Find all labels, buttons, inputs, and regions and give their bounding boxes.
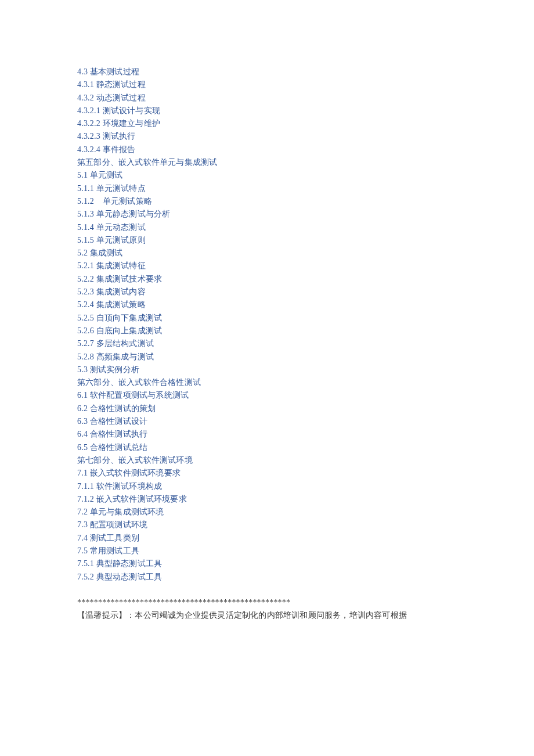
toc-item: 7.4 测试工具类别 — [77, 532, 459, 545]
notice-label: 【温馨提示】 — [77, 611, 127, 620]
toc-item: 4.3.2.3 测试执行 — [77, 130, 459, 143]
toc-item: 5.1.3 单元静态测试与分析 — [77, 208, 459, 221]
toc-item: 5.2.7 多层结构式测试 — [77, 337, 459, 350]
toc-item: 4.3.2.1 测试设计与实现 — [77, 105, 459, 117]
toc-item: 5.1.2 单元测试策略 — [77, 195, 459, 208]
toc-item: 5.1.5 单元测试原则 — [77, 234, 459, 247]
toc-item: 6.4 合格性测试执行 — [77, 428, 459, 441]
toc-item: 5.2.6 自底向上集成测试 — [77, 325, 459, 337]
document-page: 4.3 基本测试过程 4.3.1 静态测试过程 4.3.2 动态测试过程 4.3… — [0, 0, 534, 756]
toc-item: 6.1 软件配置项测试与系统测试 — [77, 389, 459, 402]
toc-item: 7.1.2 嵌入式软件测试环境要求 — [77, 493, 459, 506]
toc-item: 7.2 单元与集成测试环境 — [77, 506, 459, 519]
toc-item: 6.5 合格性测试总结 — [77, 441, 459, 454]
toc-item: 5.1.4 单元动态测试 — [77, 221, 459, 234]
toc-item: 第七部分、嵌入式软件测试环境 — [77, 454, 459, 467]
toc-item: 7.1.1 软件测试环境构成 — [77, 480, 459, 493]
toc-item: 5.2.5 自顶向下集成测试 — [77, 312, 459, 325]
toc-item: 4.3 基本测试过程 — [77, 66, 459, 78]
toc-item: 7.1 嵌入式软件测试环境要求 — [77, 467, 459, 480]
toc-item: 5.2.3 集成测试内容 — [77, 286, 459, 298]
toc-item: 4.3.2.2 环境建立与维护 — [77, 117, 459, 130]
separator-line: ****************************************… — [77, 596, 459, 609]
toc-item: 7.5.2 典型动态测试工具 — [77, 571, 459, 584]
toc-item: 第五部分、嵌入式软件单元与集成测试 — [77, 156, 459, 169]
toc-item: 7.5.1 典型静态测试工具 — [77, 557, 459, 570]
toc-item: 4.3.1 静态测试过程 — [77, 78, 459, 91]
toc-item: 7.3 配置项测试环境 — [77, 519, 459, 531]
toc-item: 第六部分、嵌入式软件合格性测试 — [77, 376, 459, 389]
toc-item: 4.3.2 动态测试过程 — [77, 92, 459, 105]
notice-line: 【温馨提示】：本公司竭诚为企业提供灵活定制化的内部培训和顾问服务，培训内容可根据 — [77, 609, 459, 622]
toc-item: 6.3 合格性测试设计 — [77, 415, 459, 428]
toc-item: 5.1.1 单元测试特点 — [77, 182, 459, 195]
toc-item: 5.2.1 集成测试特征 — [77, 260, 459, 272]
notice-text: ：本公司竭诚为企业提供灵活定制化的内部培训和顾问服务，培训内容可根据 — [127, 611, 407, 620]
toc-item: 5.2 集成测试 — [77, 247, 459, 260]
toc-item: 5.2.4 集成测试策略 — [77, 298, 459, 311]
toc-item: 4.3.2.4 事件报告 — [77, 143, 459, 156]
toc-item: 5.2.2 集成测试技术要求 — [77, 273, 459, 286]
blank-line — [77, 584, 459, 596]
toc-item: 7.5 常用测试工具 — [77, 545, 459, 557]
toc-item: 6.2 合格性测试的策划 — [77, 402, 459, 415]
toc-item: 5.2.8 高频集成与测试 — [77, 351, 459, 363]
toc-item: 5.1 单元测试 — [77, 169, 459, 182]
toc-item: 5.3 测试实例分析 — [77, 363, 459, 376]
